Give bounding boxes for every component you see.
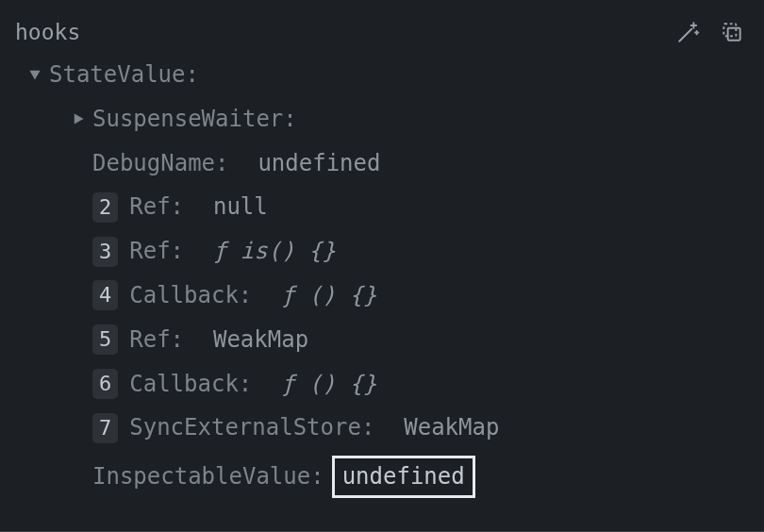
tree-node[interactable]: 5 Ref: WeakMap bbox=[13, 324, 751, 357]
key-label: InspectableValue bbox=[92, 460, 310, 493]
tree-node[interactable]: 2 Ref: null bbox=[13, 191, 751, 224]
colon: : bbox=[215, 147, 228, 180]
value-label: WeakMap bbox=[213, 324, 308, 357]
hook-index-badge: 5 bbox=[92, 324, 118, 355]
colon: : bbox=[239, 368, 252, 401]
colon: : bbox=[283, 103, 296, 136]
key-label: Ref bbox=[129, 324, 170, 357]
value-label: null bbox=[213, 191, 268, 224]
value-label: undefined bbox=[257, 147, 380, 180]
tree-node[interactable]: 3 Ref: ƒ is() {} bbox=[13, 235, 751, 268]
colon: : bbox=[239, 279, 252, 312]
colon: : bbox=[310, 460, 324, 493]
expand-arrow-right-icon[interactable] bbox=[70, 112, 87, 125]
tree-node[interactable]: SuspenseWaiter: bbox=[13, 103, 751, 136]
header-icons bbox=[675, 19, 751, 45]
key-label: SuspenseWaiter bbox=[92, 103, 283, 136]
panel-header: hooks bbox=[13, 19, 751, 45]
key-label: Callback bbox=[129, 368, 239, 401]
value-label-selected[interactable]: undefined bbox=[332, 456, 475, 498]
key-label: Ref bbox=[129, 191, 170, 224]
svg-rect-1 bbox=[723, 24, 736, 36]
key-label: SyncExternalStore bbox=[129, 411, 361, 444]
hooks-panel: hooks StateValue: bbox=[0, 0, 764, 532]
hooks-tree: StateValue: SuspenseWaiter: DebugName: u… bbox=[13, 58, 751, 498]
copy-icon[interactable] bbox=[719, 19, 745, 45]
key-label: StateValue bbox=[49, 58, 186, 91]
tree-node[interactable]: DebugName: undefined bbox=[13, 147, 751, 180]
expand-arrow-down-icon[interactable] bbox=[26, 68, 43, 81]
svg-rect-0 bbox=[728, 28, 740, 41]
key-label: Ref bbox=[129, 235, 170, 268]
colon: : bbox=[186, 58, 199, 91]
key-label: Callback bbox=[129, 279, 239, 312]
hook-index-badge: 7 bbox=[92, 413, 118, 443]
value-label: WeakMap bbox=[404, 411, 499, 444]
hook-index-badge: 6 bbox=[92, 369, 118, 399]
magic-wand-icon[interactable] bbox=[675, 19, 702, 45]
colon: : bbox=[171, 324, 184, 357]
hook-index-badge: 2 bbox=[92, 192, 118, 223]
key-label: DebugName bbox=[92, 147, 215, 180]
tree-node[interactable]: 6 Callback: ƒ () {} bbox=[13, 368, 751, 401]
tree-node[interactable]: 4 Callback: ƒ () {} bbox=[13, 279, 751, 312]
value-label: ƒ () {} bbox=[281, 368, 376, 401]
colon: : bbox=[361, 411, 374, 444]
hook-index-badge: 4 bbox=[92, 280, 118, 310]
colon: : bbox=[171, 191, 184, 224]
value-label: ƒ () {} bbox=[281, 279, 376, 312]
panel-title: hooks bbox=[15, 20, 664, 44]
hook-index-badge: 3 bbox=[92, 237, 118, 267]
tree-root[interactable]: StateValue: bbox=[13, 58, 751, 91]
tree-node-inspectable[interactable]: InspectableValue: undefined bbox=[13, 456, 751, 498]
tree-node[interactable]: 7 SyncExternalStore: WeakMap bbox=[13, 411, 751, 444]
colon: : bbox=[171, 235, 184, 268]
value-label: ƒ is() {} bbox=[213, 235, 336, 268]
